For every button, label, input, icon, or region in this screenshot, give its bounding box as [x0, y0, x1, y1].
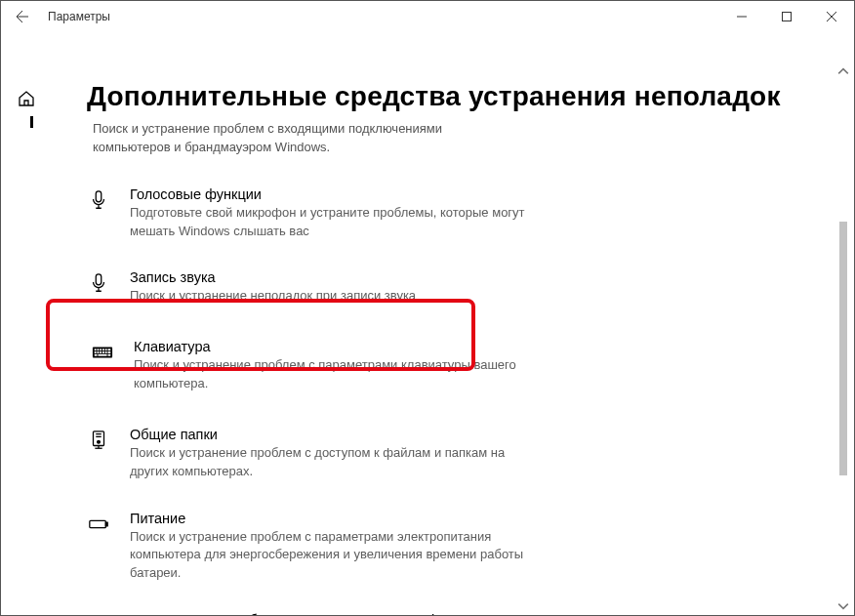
svg-rect-12 [108, 349, 111, 351]
battery-icon [87, 513, 110, 536]
first-item-desc: Поиск и устранение проблем с входящими п… [93, 120, 503, 157]
item-title: Запись звука [130, 269, 416, 285]
item-title: Общие папки [130, 427, 540, 442]
titlebar-left: Параметры [15, 9, 110, 24]
item-keyboard[interactable]: Клавиатура Поиск и устранение проблем с … [87, 329, 835, 403]
svg-point-25 [98, 440, 101, 443]
scrollbar-thumb[interactable] [839, 222, 847, 475]
item-text: Запись звука Поиск и устранение неполадо… [130, 269, 416, 306]
item-desc: Поиск и устранение неполадок при записи … [130, 287, 416, 306]
item-directaccess[interactable]: Подключение к рабочему месту с помощью D… [87, 606, 835, 615]
home-button[interactable] [17, 89, 36, 108]
svg-rect-18 [108, 351, 111, 353]
settings-window: Параметры Дополнительные средства устран… [0, 0, 855, 616]
scroll-down-arrow[interactable] [837, 600, 849, 612]
keyboard-icon [91, 341, 114, 364]
server-icon [87, 429, 110, 452]
maximize-button[interactable] [764, 1, 809, 32]
item-text: Подключение к рабочему месту с помощью D… [130, 612, 504, 615]
window-controls [719, 1, 854, 31]
item-title: Питание [130, 511, 540, 526]
item-voice[interactable]: Голосовые функции Подготовьте свой микро… [87, 181, 835, 247]
svg-rect-8 [98, 349, 100, 351]
main-panel: Дополнительные средства устранения непол… [52, 32, 854, 615]
item-text: Клавиатура Поиск и устранение проблем с … [134, 339, 544, 393]
minimize-button[interactable] [719, 1, 764, 32]
svg-rect-7 [95, 349, 97, 351]
svg-rect-4 [96, 191, 102, 202]
svg-rect-11 [105, 349, 107, 351]
item-desc: Поиск и устранение проблем с параметрами… [134, 356, 544, 393]
scrollbar[interactable] [835, 65, 851, 612]
item-desc: Поиск и устранение проблем с доступом к … [130, 444, 540, 481]
back-button[interactable] [15, 9, 30, 24]
svg-rect-28 [90, 520, 106, 527]
window-title: Параметры [48, 10, 110, 23]
sidebar-indicator [30, 116, 33, 128]
item-title: Голосовые функции [130, 186, 540, 202]
svg-rect-1 [783, 13, 792, 21]
close-button[interactable] [809, 1, 854, 32]
item-recording[interactable]: Запись звука Поиск и устранение неполадо… [87, 264, 835, 311]
item-desc: Подготовьте свой микрофон и устраните пр… [130, 204, 540, 241]
item-title: Клавиатура [134, 339, 544, 354]
svg-rect-15 [100, 351, 102, 353]
svg-rect-10 [102, 349, 104, 351]
item-title: Подключение к рабочему месту с помощью D… [130, 612, 504, 615]
svg-rect-20 [98, 354, 106, 356]
page-title: Дополнительные средства устранения непол… [87, 81, 835, 112]
svg-rect-19 [95, 354, 98, 356]
troubleshooter-list: Голосовые функции Подготовьте свой микро… [87, 181, 835, 615]
svg-rect-17 [105, 351, 107, 353]
microphone-icon [87, 188, 110, 212]
svg-rect-5 [96, 274, 102, 285]
svg-rect-21 [108, 354, 111, 356]
item-shared-folders[interactable]: Общие папки Поиск и устранение проблем с… [87, 421, 835, 487]
briefcase-network-icon [87, 614, 110, 615]
item-power[interactable]: Питание Поиск и устранение проблем с пар… [87, 505, 835, 590]
svg-rect-29 [105, 522, 107, 526]
svg-rect-13 [95, 351, 97, 353]
item-text: Общие папки Поиск и устранение проблем с… [130, 427, 540, 481]
svg-rect-16 [102, 351, 104, 353]
content-area: Дополнительные средства устранения непол… [1, 32, 854, 615]
svg-rect-9 [100, 349, 102, 351]
svg-rect-14 [98, 351, 100, 353]
item-text: Питание Поиск и устранение проблем с пар… [130, 511, 540, 584]
item-desc: Поиск и устранение проблем с параметрами… [130, 528, 540, 584]
titlebar: Параметры [1, 1, 854, 32]
sidebar [1, 32, 52, 615]
scroll-up-arrow[interactable] [837, 65, 849, 77]
microphone-icon [87, 271, 110, 295]
item-text: Голосовые функции Подготовьте свой микро… [130, 186, 540, 241]
